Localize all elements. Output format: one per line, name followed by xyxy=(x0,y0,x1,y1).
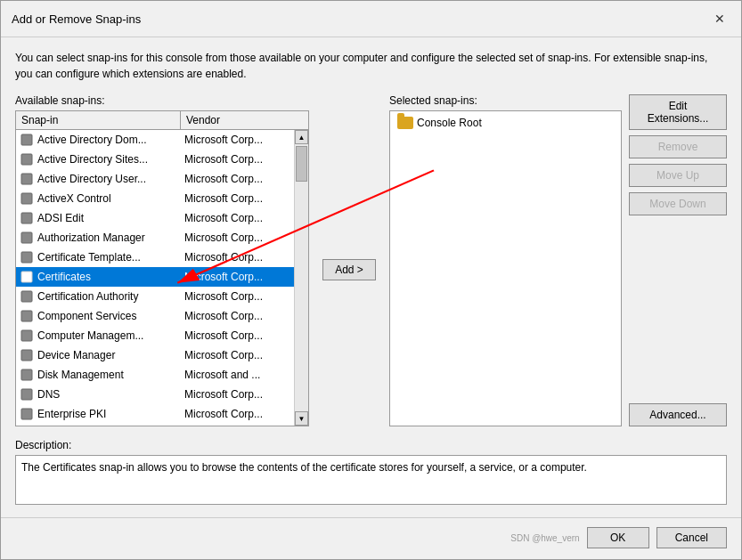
table-header: Snap-in Vendor xyxy=(16,111,308,130)
row-name: Active Directory User... xyxy=(16,171,181,187)
col-vendor-header: Vendor xyxy=(181,111,308,129)
svg-rect-2 xyxy=(21,174,32,184)
snap-in-icon xyxy=(20,329,34,343)
cancel-button[interactable]: Cancel xyxy=(656,527,727,548)
row-vendor: Microsoft Corp... xyxy=(181,270,294,284)
row-name-text: ActiveX Control xyxy=(37,192,111,205)
title-bar: Add or Remove Snap-ins ✕ xyxy=(1,1,741,37)
middle-panel: Add > xyxy=(318,94,380,426)
scrollbar[interactable]: ▲ ▼ xyxy=(294,130,308,426)
main-area: Available snap-ins: Snap-in Vendor Activ… xyxy=(15,94,727,426)
snap-in-icon xyxy=(20,231,34,245)
svg-rect-3 xyxy=(21,193,32,204)
row-name-text: Active Directory Sites... xyxy=(37,153,148,166)
table-row[interactable]: DNSMicrosoft Corp... xyxy=(16,385,294,404)
description-section: Description: The Certificates snap-in al… xyxy=(15,439,727,505)
table-row[interactable]: Component ServicesMicrosoft Corp... xyxy=(16,306,294,326)
description-label: Description: xyxy=(15,439,727,451)
svg-rect-8 xyxy=(21,291,32,302)
add-button[interactable]: Add > xyxy=(322,259,376,280)
table-row[interactable]: Active Directory Sites...Microsoft Corp.… xyxy=(16,150,294,169)
table-row[interactable]: Active Directory User...Microsoft Corp..… xyxy=(16,169,294,189)
row-vendor: Microsoft Corp... xyxy=(181,133,294,147)
scrollbar-thumb[interactable] xyxy=(296,146,307,182)
console-root-item[interactable]: Console Root xyxy=(394,115,617,131)
row-name: Certificate Template... xyxy=(16,249,181,265)
row-vendor: Microsoft Corp... xyxy=(181,250,294,264)
selected-snapins-area: Selected snap-ins: Console Root xyxy=(389,94,622,426)
scrollbar-up-btn[interactable]: ▲ xyxy=(295,130,308,144)
row-vendor: Microsoft Corp... xyxy=(181,348,294,362)
table-row[interactable]: Disk ManagementMicrosoft and ... xyxy=(16,365,294,385)
row-name-text: DNS xyxy=(37,388,60,401)
snap-in-icon xyxy=(20,191,34,206)
svg-rect-13 xyxy=(21,389,32,400)
svg-rect-5 xyxy=(21,232,32,243)
move-up-button[interactable]: Move Up xyxy=(629,164,727,187)
snap-in-icon xyxy=(20,289,34,304)
row-name-text: Device Manager xyxy=(37,349,115,361)
row-name-text: Enterprise PKI xyxy=(37,408,106,420)
table-row[interactable]: Authorization ManagerMicrosoft Corp... xyxy=(16,228,294,248)
row-name: Device Manager xyxy=(16,347,181,363)
snap-in-icon xyxy=(20,348,34,362)
table-row[interactable]: Device ManagerMicrosoft Corp... xyxy=(16,345,294,365)
row-name: Active Directory Dom... xyxy=(16,132,181,148)
row-name: ADSI Edit xyxy=(16,210,181,226)
snap-in-icon xyxy=(20,152,34,166)
dialog-description: You can select snap-ins for this console… xyxy=(15,50,727,82)
row-name: Component Services xyxy=(16,308,181,324)
scrollbar-track[interactable] xyxy=(295,144,308,411)
table-row[interactable]: Computer Managem...Microsoft Corp... xyxy=(16,326,294,345)
row-name: Enterprise PKI xyxy=(16,406,181,422)
row-vendor: Microsoft Corp... xyxy=(181,387,294,402)
table-row[interactable]: Active Directory Dom...Microsoft Corp... xyxy=(16,130,294,150)
scrollbar-down-btn[interactable]: ▼ xyxy=(295,411,308,426)
dialog-title: Add or Remove Snap-ins xyxy=(12,12,141,26)
snap-in-icon xyxy=(20,270,34,284)
row-name-text: Computer Managem... xyxy=(37,329,143,342)
col-snapin-header: Snap-in xyxy=(16,111,181,129)
row-vendor: Microsoft Corp... xyxy=(181,191,294,206)
row-name-text: Disk Management xyxy=(37,369,124,381)
row-vendor: Microsoft Corp... xyxy=(181,152,294,166)
right-buttons: Edit Extensions... Remove Move Up Move D… xyxy=(629,94,727,426)
table-row[interactable]: Certificate Template...Microsoft Corp... xyxy=(16,248,294,267)
row-name: Active Directory Sites... xyxy=(16,151,181,167)
advanced-button[interactable]: Advanced... xyxy=(629,403,727,426)
table-row[interactable]: ADSI EditMicrosoft Corp... xyxy=(16,208,294,228)
snap-in-icon xyxy=(20,387,34,402)
ok-button[interactable]: OK xyxy=(587,527,649,548)
row-name-text: Authorization Manager xyxy=(37,231,145,244)
row-vendor: Microsoft and ... xyxy=(181,368,294,382)
row-vendor: Microsoft Corp... xyxy=(181,172,294,186)
snap-in-icon xyxy=(20,211,34,225)
table-row[interactable]: ActiveX ControlMicrosoft Corp... xyxy=(16,189,294,208)
row-name-text: Component Services xyxy=(37,310,136,322)
svg-rect-1 xyxy=(21,154,32,165)
svg-rect-11 xyxy=(21,350,32,361)
row-name-text: Active Directory User... xyxy=(37,173,146,185)
selected-box: Console Root xyxy=(389,110,622,426)
remove-button[interactable]: Remove xyxy=(629,135,727,158)
available-panel-label: Available snap-ins: xyxy=(15,94,309,107)
row-vendor: Microsoft Corp... xyxy=(181,289,294,304)
row-name: Authorization Manager xyxy=(16,230,181,246)
row-name: DNS xyxy=(16,386,181,402)
table-row[interactable]: Enterprise PKIMicrosoft Corp... xyxy=(16,404,294,424)
edit-extensions-button[interactable]: Edit Extensions... xyxy=(629,94,727,130)
row-name-text: ADSI Edit xyxy=(37,212,84,224)
table-rows-area: Active Directory Dom...Microsoft Corp...… xyxy=(16,130,294,426)
snap-in-icon xyxy=(20,133,34,147)
move-down-button[interactable]: Move Down xyxy=(629,192,727,215)
table-row[interactable]: CertificatesMicrosoft Corp... xyxy=(16,267,294,287)
row-vendor: Microsoft Corp... xyxy=(181,231,294,245)
description-box: The Certificates snap-in allows you to b… xyxy=(15,455,727,505)
table-row[interactable]: Certification AuthorityMicrosoft Corp... xyxy=(16,287,294,306)
svg-rect-7 xyxy=(21,272,32,282)
row-name-text: Certificate Template... xyxy=(37,251,141,264)
row-name: Disk Management xyxy=(16,367,181,383)
svg-rect-4 xyxy=(21,213,32,223)
close-button[interactable]: ✕ xyxy=(709,8,730,29)
snap-in-icon xyxy=(20,250,34,264)
